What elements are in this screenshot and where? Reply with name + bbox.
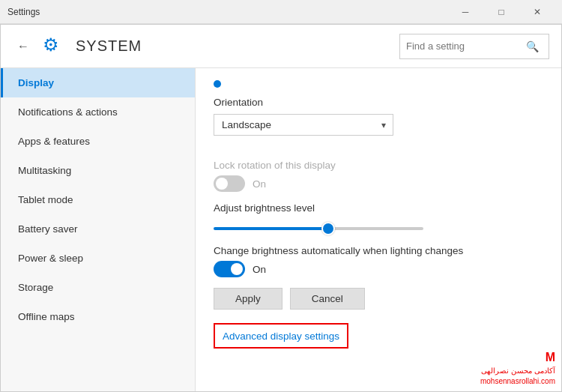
indicator-dot	[214, 80, 221, 88]
brightness-slider-wrapper	[214, 220, 543, 233]
title-bar-left: Settings	[7, 7, 40, 17]
title-bar-controls: ─ □ ✕	[448, 2, 555, 22]
auto-brightness-toggle-label: On	[253, 264, 266, 275]
auto-brightness-toggle-row: On	[214, 261, 543, 277]
apply-button[interactable]: Apply	[214, 288, 282, 310]
search-icon: 🔍	[526, 40, 539, 52]
auto-brightness-section: Change brightness automatically when lig…	[214, 245, 543, 277]
system-title: SYSTEM	[76, 37, 142, 55]
brightness-slider[interactable]	[214, 227, 423, 230]
sidebar-item-apps[interactable]: Apps & features	[1, 127, 195, 156]
title-bar-title: Settings	[7, 7, 40, 17]
watermark-line1: آکادمی محسن نصرالهی	[480, 366, 555, 376]
back-button[interactable]: ←	[13, 36, 34, 57]
orientation-select-wrapper: Landscape Portrait Landscape (flipped) P…	[214, 114, 393, 136]
header: ← ⚙ SYSTEM 🔍	[1, 25, 561, 68]
lock-rotation-toggle-knob	[216, 178, 228, 190]
watermark-logo: M	[480, 349, 555, 366]
sidebar-item-battery[interactable]: Battery saver	[1, 214, 195, 244]
sidebar-item-tablet[interactable]: Tablet mode	[1, 185, 195, 214]
lock-rotation-toggle-row: On	[214, 175, 543, 192]
sidebar-item-multitasking[interactable]: Multitasking	[1, 156, 195, 185]
search-input[interactable]	[406, 40, 526, 52]
sidebar: Display Notifications & actions Apps & f…	[1, 68, 196, 391]
sidebar-item-power[interactable]: Power & sleep	[1, 244, 195, 273]
sidebar-item-offline-maps[interactable]: Offline maps	[1, 302, 195, 331]
advanced-link-wrapper: Advanced display settings	[214, 323, 348, 349]
lock-rotation-toggle-label: On	[253, 178, 266, 190]
content-area: Display Notifications & actions Apps & f…	[1, 68, 561, 391]
brightness-label: Adjust brightness level	[214, 202, 543, 214]
lock-rotation-label: Lock rotation of this display	[214, 160, 543, 171]
advanced-display-settings-link[interactable]: Advanced display settings	[223, 331, 339, 342]
gear-icon: ⚙	[43, 34, 67, 58]
button-row: Apply Cancel	[214, 288, 543, 310]
header-left: ← ⚙ SYSTEM	[13, 34, 142, 58]
brightness-section: Adjust brightness level	[214, 202, 543, 233]
sidebar-item-notifications[interactable]: Notifications & actions	[1, 97, 195, 127]
title-bar: Settings ─ □ ✕	[0, 0, 562, 24]
orientation-section: Orientation Landscape Portrait Landscape…	[214, 97, 543, 149]
maximize-button[interactable]: □	[484, 2, 519, 22]
sidebar-item-display[interactable]: Display	[1, 68, 195, 97]
cancel-button[interactable]: Cancel	[290, 288, 365, 310]
lock-rotation-toggle[interactable]	[214, 175, 245, 192]
lock-rotation-section: Lock rotation of this display On	[214, 160, 543, 192]
search-box: 🔍	[399, 34, 549, 59]
close-button[interactable]: ✕	[520, 2, 555, 22]
watermark: M آکادمی محسن نصرالهی mohsennasrollahi.c…	[480, 349, 555, 387]
orientation-select[interactable]: Landscape Portrait Landscape (flipped) P…	[214, 114, 393, 136]
window: ← ⚙ SYSTEM 🔍 Display Notifications & act…	[0, 24, 562, 392]
auto-brightness-toggle[interactable]	[214, 261, 245, 277]
orientation-label: Orientation	[214, 97, 543, 108]
main-panel: Orientation Landscape Portrait Landscape…	[196, 68, 561, 391]
auto-brightness-toggle-knob	[231, 263, 243, 275]
sidebar-item-storage[interactable]: Storage	[1, 273, 195, 302]
auto-brightness-label: Change brightness automatically when lig…	[214, 245, 543, 256]
minimize-button[interactable]: ─	[448, 2, 483, 22]
watermark-line2: mohsennasrollahi.com	[480, 376, 555, 387]
